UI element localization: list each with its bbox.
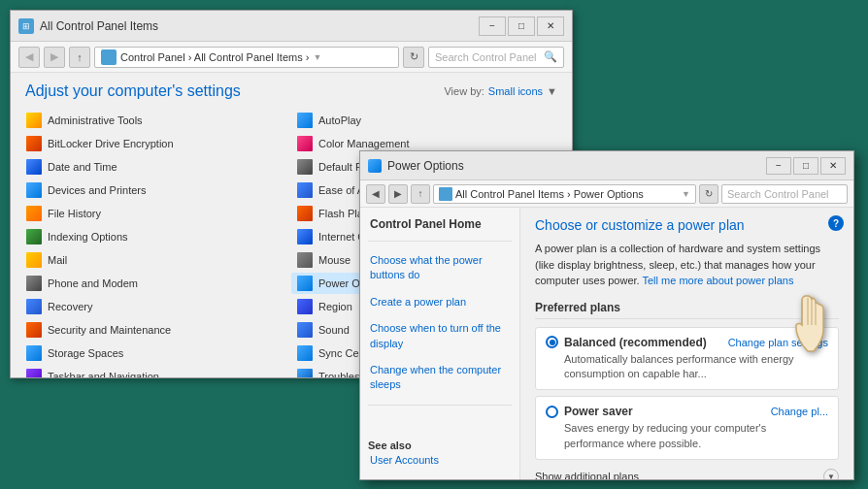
cp-maximize-button[interactable]: □ <box>508 16 535 36</box>
viewby-label: View by: <box>444 85 484 97</box>
po-search-placeholder: Search Control Panel <box>727 188 829 200</box>
po-search-box[interactable]: Search Control Panel <box>721 184 848 204</box>
sidebar-link-sleep[interactable]: Change when the computer sleeps <box>368 361 512 395</box>
cp-left-label-8: Recovery <box>48 301 92 312</box>
show-additional-plans[interactable]: Show additional plans ▼ <box>535 466 839 479</box>
view-by-control: View by: Small icons ▼ <box>444 85 557 97</box>
cp-right-label-0: AutoPlay <box>318 114 361 126</box>
see-also-title: See also <box>368 440 512 451</box>
plan-power-saver[interactable]: Power saver Change pl... Saves energy by… <box>535 396 839 460</box>
cp-left-icon-7 <box>26 276 42 291</box>
po-titlebar: Power Options − □ ✕ <box>360 151 853 180</box>
cp-header: Adjust your computer's settings View by:… <box>11 73 572 105</box>
cp-right-icon-8 <box>297 299 313 314</box>
refresh-button[interactable]: ↻ <box>403 47 424 68</box>
cp-left-icon-6 <box>26 252 42 268</box>
cp-left-item-7[interactable]: Phone and Modem <box>20 273 291 294</box>
cp-left-icon-11 <box>26 369 42 377</box>
cp-left-label-9: Security and Maintenance <box>48 324 171 336</box>
up-button[interactable]: ↑ <box>69 47 90 68</box>
cp-right-label-6: Mouse <box>318 254 351 266</box>
sidebar-link-power-buttons[interactable]: Choose what the power buttons do <box>368 251 512 285</box>
po-sidebar-home[interactable]: Control Panel Home <box>368 217 512 231</box>
po-title-icon <box>368 159 382 173</box>
cp-left-label-7: Phone and Modem <box>48 277 138 289</box>
cp-close-button[interactable]: ✕ <box>537 16 564 36</box>
cp-left-label-11: Taskbar and Navigation <box>48 371 159 377</box>
cp-title-icon: ⊞ <box>18 18 34 34</box>
plan-balanced-desc: Automatically balances performance with … <box>564 352 828 382</box>
sidebar-link-create-plan[interactable]: Create a power plan <box>368 293 512 311</box>
back-button[interactable]: ◀ <box>18 47 40 68</box>
po-maximize-button[interactable]: □ <box>793 157 818 175</box>
cp-left-item-2[interactable]: Date and Time <box>20 156 291 178</box>
show-more-chevron: ▼ <box>823 469 839 479</box>
cp-left-icon-4 <box>26 206 42 221</box>
cp-left-item-6[interactable]: Mail <box>20 249 291 271</box>
path-icon <box>101 49 117 65</box>
po-path-text: All Control Panel Items › Power Options <box>455 188 644 200</box>
cp-minimize-button[interactable]: − <box>479 16 506 36</box>
plan-balanced-radio[interactable] <box>546 336 558 348</box>
plan-power-saver-change-link[interactable]: Change pl... <box>771 406 828 417</box>
cp-right-icon-11 <box>297 369 313 377</box>
po-sidebar: Control Panel Home Choose what the power… <box>360 208 520 479</box>
cp-left-icon-9 <box>26 322 42 338</box>
plan-power-saver-name: Power saver <box>564 405 633 418</box>
po-title-text: Power Options <box>387 159 766 173</box>
plan-power-saver-radio[interactable] <box>546 406 558 418</box>
page-title: Adjust your computer's settings <box>25 82 241 100</box>
cp-left-icon-0 <box>26 113 42 128</box>
plan-balanced[interactable]: Balanced (recommended) Change plan setti… <box>535 327 839 391</box>
cp-left-column: Administrative ToolsBitLocker Drive Encr… <box>20 110 291 377</box>
sidebar-link-turn-off-display[interactable]: Choose when to turn off the display <box>368 319 512 353</box>
forward-button[interactable]: ▶ <box>44 47 65 68</box>
plan-balanced-name: Balanced (recommended) <box>564 336 707 349</box>
search-icon: 🔍 <box>544 50 557 63</box>
po-forward-button[interactable]: ▶ <box>388 184 408 204</box>
cp-left-item-0[interactable]: Administrative Tools <box>20 110 291 131</box>
cp-left-label-0: Administrative Tools <box>48 114 143 126</box>
po-desc-link[interactable]: Tell me more about power plans <box>642 275 793 286</box>
cp-left-label-6: Mail <box>48 254 67 266</box>
cp-left-item-1[interactable]: BitLocker Drive Encryption <box>20 133 291 154</box>
po-up-button[interactable]: ↑ <box>411 184 430 204</box>
cp-left-label-10: Storage Spaces <box>48 347 123 359</box>
cp-right-label-1: Color Management <box>318 138 410 149</box>
viewby-value[interactable]: Small icons <box>488 85 543 97</box>
cp-left-label-3: Devices and Printers <box>48 184 147 196</box>
cp-left-item-9[interactable]: Security and Maintenance <box>20 319 291 341</box>
cp-left-item-8[interactable]: Recovery <box>20 296 291 317</box>
po-back-button[interactable]: ◀ <box>366 184 385 204</box>
cp-right-icon-9 <box>297 322 313 338</box>
cp-right-item-0[interactable]: AutoPlay <box>291 110 562 131</box>
po-close-button[interactable]: ✕ <box>820 157 846 175</box>
address-bar[interactable]: Control Panel › All Control Panel Items … <box>94 47 399 68</box>
cp-right-icon-1 <box>297 136 313 151</box>
cp-left-icon-10 <box>26 345 42 361</box>
cp-right-label-8: Region <box>318 301 352 312</box>
po-minimize-button[interactable]: − <box>766 157 791 175</box>
cp-left-item-4[interactable]: File History <box>20 203 291 224</box>
po-address-bar[interactable]: All Control Panel Items › Power Options … <box>433 184 696 204</box>
cp-right-icon-5 <box>297 229 313 244</box>
viewby-chevron: ▼ <box>547 85 557 97</box>
po-path-chevron: ▼ <box>682 189 690 199</box>
plan-balanced-change-link[interactable]: Change plan settings <box>728 337 828 348</box>
cp-search-box[interactable]: Search Control Panel 🔍 <box>428 47 564 68</box>
cp-left-icon-3 <box>26 182 42 198</box>
po-description: A power plan is a collection of hardware… <box>535 241 839 289</box>
cp-left-item-5[interactable]: Indexing Options <box>20 226 291 247</box>
cp-right-icon-2 <box>297 159 313 175</box>
po-refresh-button[interactable]: ↻ <box>699 184 718 204</box>
power-options-window: Power Options − □ ✕ ◀ ▶ ↑ All Control Pa… <box>359 150 854 480</box>
cp-title-text: All Control Panel Items <box>40 19 479 33</box>
see-also-user-accounts[interactable]: User Accounts <box>368 451 512 470</box>
po-section-title: Choose or customize a power plan <box>535 217 839 233</box>
cp-navbar: ◀ ▶ ↑ Control Panel › All Control Panel … <box>11 42 572 73</box>
cp-right-icon-6 <box>297 252 313 268</box>
cp-left-item-10[interactable]: Storage Spaces <box>20 342 291 364</box>
cp-left-item-11[interactable]: Taskbar and Navigation <box>20 366 291 377</box>
help-icon[interactable]: ? <box>828 215 844 231</box>
cp-left-item-3[interactable]: Devices and Printers <box>20 179 291 201</box>
